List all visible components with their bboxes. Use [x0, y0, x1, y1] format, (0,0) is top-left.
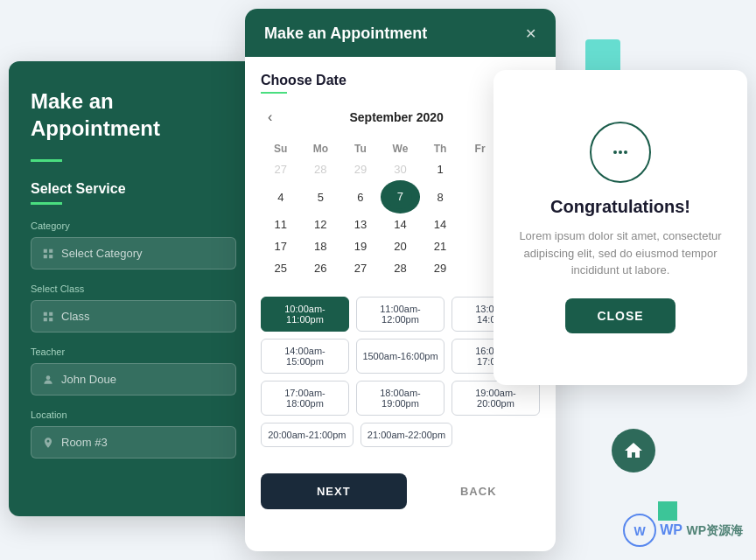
- location-input[interactable]: Room #3: [31, 426, 236, 458]
- cal-day[interactable]: 19: [340, 235, 381, 257]
- congratulations-panel: Congratulations! Lorem ipsum dolor sit a…: [494, 70, 747, 385]
- time-slot-button[interactable]: 10:00am-11:00pm: [261, 297, 349, 332]
- title-divider: [31, 159, 62, 162]
- wordpress-logo-icon: W: [623, 514, 656, 547]
- appointment-form-panel: Make an Appointment Select Service Categ…: [9, 61, 258, 516]
- cal-day[interactable]: 12: [301, 214, 341, 235]
- svg-rect-7: [49, 318, 52, 321]
- chat-icon-wrap: [590, 122, 651, 183]
- svg-rect-6: [44, 318, 47, 321]
- svg-rect-5: [49, 312, 52, 316]
- calendar-close-button[interactable]: ✕: [525, 25, 536, 42]
- cal-day[interactable]: 21: [420, 235, 460, 257]
- cal-day[interactable]: 28: [301, 158, 341, 180]
- time-slot-button[interactable]: 19:00am-20:00pm: [452, 381, 540, 416]
- cal-day[interactable]: 29: [340, 158, 381, 180]
- cal-day[interactable]: 28: [381, 257, 421, 279]
- day-header-mo: Mo: [301, 139, 341, 158]
- calendar-footer: NEXT BACK: [245, 465, 556, 518]
- bg-decoration-2: [612, 429, 655, 472]
- svg-rect-2: [44, 255, 47, 258]
- cal-day[interactable]: 6: [340, 180, 381, 214]
- svg-rect-3: [49, 255, 52, 258]
- cal-day[interactable]: 14: [381, 214, 421, 235]
- back-button[interactable]: BACK: [417, 485, 541, 498]
- cal-day[interactable]: 29: [420, 257, 460, 279]
- select-service-heading: Select Service: [31, 181, 236, 197]
- svg-rect-4: [44, 312, 47, 316]
- cal-day-selected[interactable]: 7: [381, 180, 421, 214]
- month-year-label: September 2020: [349, 110, 443, 124]
- time-slot-button[interactable]: 1500am-16:00pm: [356, 339, 444, 374]
- location-label: Location: [31, 410, 236, 420]
- cal-day[interactable]: 5: [301, 180, 341, 214]
- cal-day[interactable]: 26: [301, 257, 341, 279]
- chat-icon: [606, 138, 634, 166]
- day-header-tu: Tu: [340, 139, 381, 158]
- cal-day[interactable]: 11: [261, 214, 301, 235]
- grid-icon-2: [42, 311, 54, 323]
- cal-day[interactable]: 4: [261, 180, 301, 214]
- pin-icon: [42, 437, 54, 449]
- teacher-label: Teacher: [31, 346, 236, 357]
- wp-text: WP WP资源海: [660, 522, 743, 539]
- cal-day[interactable]: 25: [261, 257, 301, 279]
- category-label: Category: [31, 220, 236, 231]
- category-placeholder: Select Category: [61, 247, 143, 260]
- grid-icon-1: [42, 248, 54, 260]
- cal-day[interactable]: 20: [381, 235, 421, 257]
- cal-day[interactable]: 13: [340, 214, 381, 235]
- cal-day[interactable]: 1: [420, 158, 460, 180]
- location-placeholder: Room #3: [61, 436, 108, 449]
- cal-day[interactable]: 27: [340, 257, 381, 279]
- cal-day[interactable]: 30: [381, 158, 421, 180]
- svg-point-9: [613, 150, 617, 154]
- bg-decoration-1: [585, 39, 620, 74]
- time-slot-button[interactable]: 20:00am-21:00pm: [261, 423, 354, 447]
- service-divider: [31, 202, 62, 205]
- home-icon: [623, 440, 644, 461]
- time-slot-button[interactable]: 11:00am-12:00pm: [356, 297, 444, 332]
- cal-day[interactable]: 8: [420, 180, 460, 214]
- svg-point-10: [619, 150, 622, 154]
- category-input[interactable]: Select Category: [31, 237, 236, 270]
- congrats-title: Congratulations!: [550, 197, 690, 217]
- cal-day[interactable]: 17: [261, 235, 301, 257]
- time-slot-button[interactable]: 17:00am-18:00pm: [261, 381, 349, 416]
- class-input[interactable]: Class: [31, 300, 236, 332]
- prev-month-button[interactable]: ‹: [261, 106, 279, 129]
- calendar-modal-title: Make an Appointment: [264, 24, 427, 43]
- class-placeholder: Class: [61, 310, 90, 323]
- time-slot-row-3: 17:00am-18:00pm 18:00am-19:00pm 19:00am-…: [261, 381, 540, 416]
- time-slot-button[interactable]: 18:00am-19:00pm: [356, 381, 444, 416]
- day-header-we: We: [381, 139, 421, 158]
- close-button[interactable]: CLOSE: [565, 298, 675, 333]
- class-label: Select Class: [31, 284, 236, 294]
- day-header-th: Th: [420, 139, 460, 158]
- wp-watermark: W WP WP资源海: [623, 514, 743, 547]
- choose-date-divider: [261, 92, 287, 94]
- cal-day[interactable]: 27: [261, 158, 301, 180]
- cal-day[interactable]: 14: [420, 214, 460, 235]
- svg-rect-0: [44, 249, 47, 253]
- day-header-su: Su: [261, 139, 301, 158]
- calendar-modal-header: Make an Appointment ✕: [245, 9, 556, 57]
- svg-rect-1: [49, 249, 52, 253]
- cal-day[interactable]: 18: [301, 235, 341, 257]
- teacher-input[interactable]: John Doue: [31, 363, 236, 396]
- wp-sub-text: WP资源海: [686, 523, 743, 537]
- svg-text:W: W: [634, 524, 647, 538]
- panel-left-title: Make an Appointment: [31, 88, 236, 142]
- teacher-placeholder: John Doue: [61, 373, 116, 386]
- next-button[interactable]: NEXT: [261, 473, 407, 509]
- congrats-body: Lorem ipsum dolor sit amet, consectetur …: [514, 228, 726, 279]
- svg-point-11: [624, 150, 627, 154]
- time-slot-row-4: 20:00am-21:00pm 21:00am-22:00pm: [261, 423, 540, 447]
- user-icon: [42, 374, 54, 386]
- svg-point-8: [46, 375, 51, 380]
- time-slot-button[interactable]: 21:00am-22:00pm: [360, 423, 453, 447]
- time-slot-button[interactable]: 14:00am-15:00pm: [261, 339, 349, 374]
